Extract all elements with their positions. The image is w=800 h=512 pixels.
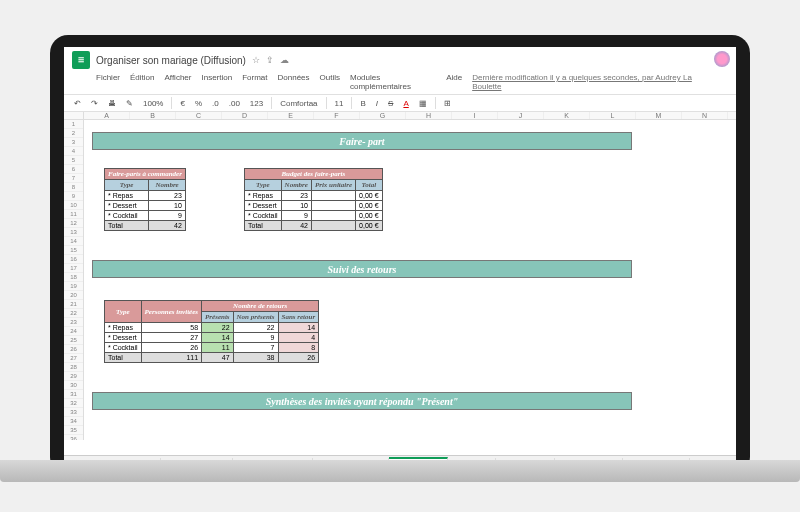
row-14[interactable]: 14 (64, 237, 83, 246)
move-icon[interactable]: ⇪ (266, 55, 274, 65)
sheet-canvas[interactable]: Faire- part Faire-parts à commander Type… (84, 120, 736, 440)
table-commander: Faire-parts à commander TypeNombre * Rep… (104, 168, 186, 231)
table-retours: Type Personnes invitées Nombre de retour… (104, 300, 319, 363)
col-K[interactable]: K (544, 112, 590, 119)
avatar[interactable] (714, 51, 730, 67)
banner-synthese: Synthèses des invités ayant répondu "Pré… (92, 392, 632, 410)
col-I[interactable]: I (452, 112, 498, 119)
dec-increase[interactable]: .00 (227, 98, 242, 109)
row-34[interactable]: 34 (64, 417, 83, 426)
row-31[interactable]: 31 (64, 390, 83, 399)
table-budget: Budget des faire-parts TypeNombrePrix un… (244, 168, 383, 231)
zoom-select[interactable]: 100% (141, 98, 165, 109)
laptop-base (0, 460, 800, 482)
row-15[interactable]: 15 (64, 246, 83, 255)
star-icon[interactable]: ☆ (252, 55, 260, 65)
row-21[interactable]: 21 (64, 300, 83, 309)
row-12[interactable]: 12 (64, 219, 83, 228)
row-11[interactable]: 11 (64, 210, 83, 219)
menu-outils[interactable]: Outils (320, 73, 340, 91)
row-6[interactable]: 6 (64, 165, 83, 174)
row-4[interactable]: 4 (64, 147, 83, 156)
menu-afficher[interactable]: Afficher (164, 73, 191, 91)
row-3[interactable]: 3 (64, 138, 83, 147)
menu-donnees[interactable]: Données (278, 73, 310, 91)
col-F[interactable]: F (314, 112, 360, 119)
strike-button[interactable]: S (386, 98, 395, 109)
col-H[interactable]: H (406, 112, 452, 119)
col-D[interactable]: D (222, 112, 268, 119)
row-5[interactable]: 5 (64, 156, 83, 165)
row-28[interactable]: 28 (64, 363, 83, 372)
row-29[interactable]: 29 (64, 372, 83, 381)
col-J[interactable]: J (498, 112, 544, 119)
col-L[interactable]: L (590, 112, 636, 119)
row-32[interactable]: 32 (64, 399, 83, 408)
last-modified[interactable]: Dernière modification il y a quelques se… (472, 73, 704, 91)
table-title: Budget des faire-parts (245, 169, 383, 180)
row-20[interactable]: 20 (64, 291, 83, 300)
undo-icon[interactable]: ↶ (72, 98, 83, 109)
banner-suivi: Suivi des retours (92, 260, 632, 278)
row-36[interactable]: 36 (64, 435, 83, 440)
banner-faire-part: Faire- part (92, 132, 632, 150)
row-25[interactable]: 25 (64, 336, 83, 345)
menu-aide[interactable]: Aide (446, 73, 462, 91)
col-A[interactable]: A (84, 112, 130, 119)
col-M[interactable]: M (636, 112, 682, 119)
row-30[interactable]: 30 (64, 381, 83, 390)
row-headers[interactable]: 1234567891011121314151617181920212223242… (64, 120, 84, 440)
row-35[interactable]: 35 (64, 426, 83, 435)
font-size[interactable]: 11 (333, 98, 346, 109)
row-7[interactable]: 7 (64, 174, 83, 183)
row-22[interactable]: 22 (64, 309, 83, 318)
row-27[interactable]: 27 (64, 354, 83, 363)
row-10[interactable]: 10 (64, 201, 83, 210)
row-17[interactable]: 17 (64, 264, 83, 273)
row-1[interactable]: 1 (64, 120, 83, 129)
cloud-icon[interactable]: ☁ (280, 55, 289, 65)
row-16[interactable]: 16 (64, 255, 83, 264)
table-title: Faire-parts à commander (105, 169, 186, 180)
fill-color-icon[interactable]: ▦ (417, 98, 429, 109)
italic-button[interactable]: I (374, 98, 380, 109)
col-E[interactable]: E (268, 112, 314, 119)
column-headers[interactable]: ABCDEFGHIJKLMN (64, 112, 736, 120)
col-C[interactable]: C (176, 112, 222, 119)
menu-insertion[interactable]: Insertion (201, 73, 232, 91)
col-B[interactable]: B (130, 112, 176, 119)
menu-modules[interactable]: Modules complémentaires (350, 73, 436, 91)
document-title[interactable]: Organiser son mariage (Diffusion) (96, 55, 246, 66)
row-24[interactable]: 24 (64, 327, 83, 336)
row-2[interactable]: 2 (64, 129, 83, 138)
row-19[interactable]: 19 (64, 282, 83, 291)
borders-icon[interactable]: ⊞ (442, 98, 453, 109)
row-8[interactable]: 8 (64, 183, 83, 192)
menu-edition[interactable]: Édition (130, 73, 154, 91)
redo-icon[interactable]: ↷ (89, 98, 100, 109)
row-9[interactable]: 9 (64, 192, 83, 201)
dec-decrease[interactable]: .0 (210, 98, 221, 109)
col-G[interactable]: G (360, 112, 406, 119)
title-bar: ☰ Organiser son mariage (Diffusion) ☆ ⇪ … (64, 47, 736, 73)
toolbar: ↶ ↷ 🖶 ✎ 100% € % .0 .00 123 Comfortaa 11… (64, 94, 736, 112)
text-color-button[interactable]: A (401, 98, 410, 109)
menu-bar: Fichier Édition Afficher Insertion Forma… (64, 73, 736, 94)
row-33[interactable]: 33 (64, 408, 83, 417)
menu-format[interactable]: Format (242, 73, 267, 91)
row-23[interactable]: 23 (64, 318, 83, 327)
paint-icon[interactable]: ✎ (124, 98, 135, 109)
row-26[interactable]: 26 (64, 345, 83, 354)
percent-button[interactable]: % (193, 98, 204, 109)
sheets-logo: ☰ (72, 51, 90, 69)
col-N[interactable]: N (682, 112, 728, 119)
bold-button[interactable]: B (358, 98, 367, 109)
row-13[interactable]: 13 (64, 228, 83, 237)
print-icon[interactable]: 🖶 (106, 98, 118, 109)
row-18[interactable]: 18 (64, 273, 83, 282)
currency-button[interactable]: € (178, 98, 186, 109)
format-more[interactable]: 123 (248, 98, 265, 109)
font-select[interactable]: Comfortaa (278, 98, 319, 109)
menu-fichier[interactable]: Fichier (96, 73, 120, 91)
